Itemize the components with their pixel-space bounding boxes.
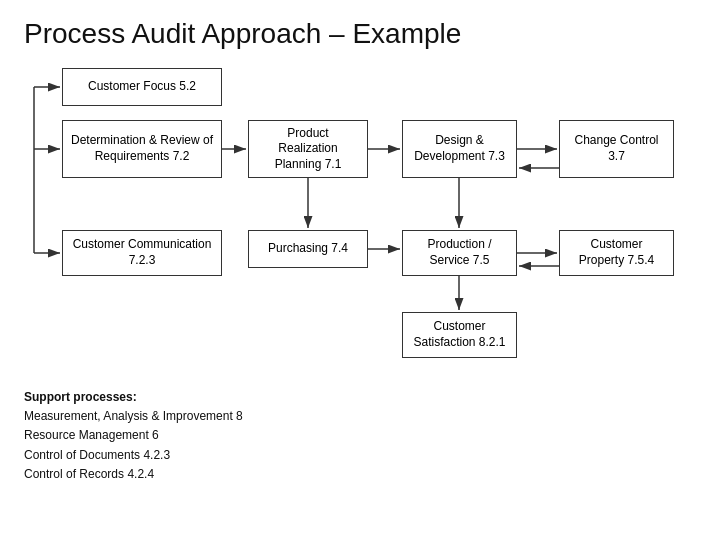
page-title: Process Audit Approach – Example xyxy=(24,18,696,50)
customer-prop-box: Customer Property 7.5.4 xyxy=(559,230,674,276)
purchasing-box: Purchasing 7.4 xyxy=(248,230,368,268)
support-section: Support processes: Measurement, Analysis… xyxy=(24,388,243,438)
customer-comm-box: Customer Communication 7.2.3 xyxy=(62,230,222,276)
support-item-4: Control of Records 4.2.4 xyxy=(24,465,243,484)
determination-box: Determination & Review of Requirements 7… xyxy=(62,120,222,178)
diagram: Customer Focus 5.2 Determination & Revie… xyxy=(24,68,696,438)
change-control-box: Change Control 3.7 xyxy=(559,120,674,178)
product-real-box: Product Realization Planning 7.1 xyxy=(248,120,368,178)
customer-focus-box: Customer Focus 5.2 xyxy=(62,68,222,106)
design-dev-box: Design & Development 7.3 xyxy=(402,120,517,178)
support-item-1: Measurement, Analysis & Improvement 8 xyxy=(24,407,243,426)
production-svc-box: Production / Service 7.5 xyxy=(402,230,517,276)
support-item-3: Control of Documents 4.2.3 xyxy=(24,446,243,465)
support-label: Support processes: xyxy=(24,388,243,407)
support-item-2: Resource Management 6 xyxy=(24,426,243,445)
cust-satisfaction-box: Customer Satisfaction 8.2.1 xyxy=(402,312,517,358)
page: Process Audit Approach – Example Custome… xyxy=(0,0,720,540)
